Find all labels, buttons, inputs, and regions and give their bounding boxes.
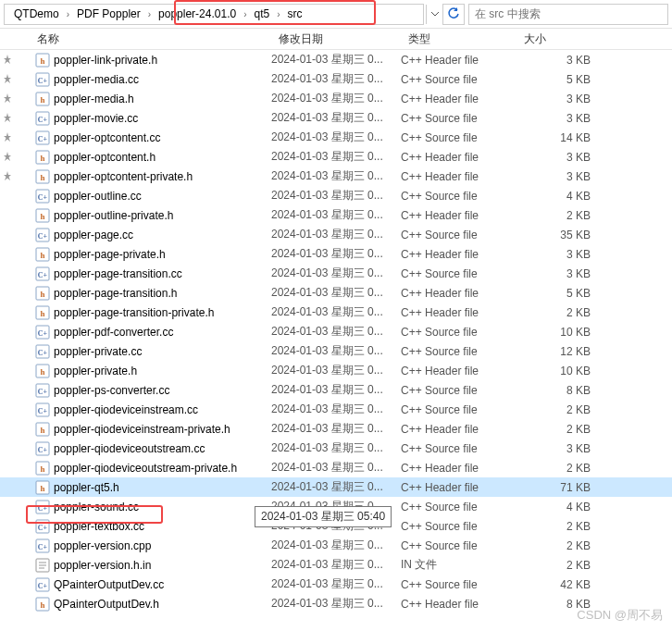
svg-text:h: h <box>40 600 44 610</box>
refresh-button[interactable] <box>442 4 465 25</box>
svg-text:C+: C+ <box>38 543 48 551</box>
table-row[interactable]: C+poppler-version.cpp2024-01-03 星期三 0...… <box>0 536 672 555</box>
file-name: QPainterOutputDev.h <box>54 598 271 611</box>
table-row[interactable]: hpoppler-qt5.h2024-01-03 星期三 0...C++ Hea… <box>0 477 672 497</box>
table-row[interactable]: hpoppler-link-private.h2024-01-03 星期三 0.… <box>0 50 672 69</box>
file-size: 3 KB <box>516 248 591 261</box>
table-row[interactable]: hpoppler-page-transition-private.h2024-0… <box>0 303 672 322</box>
table-row[interactable]: hpoppler-page-private.h2024-01-03 星期三 0.… <box>0 244 672 264</box>
file-name: poppler-sound.cc <box>54 501 271 513</box>
crumb-0[interactable]: QTDemo <box>8 5 65 24</box>
file-cc-icon: C+ <box>35 577 50 592</box>
file-size: 3 KB <box>516 151 591 164</box>
file-cc-icon: C+ <box>35 441 50 456</box>
file-size: 2 KB <box>516 539 591 552</box>
pin-icon[interactable] <box>3 55 12 64</box>
file-h-icon: h <box>35 461 50 476</box>
file-cc-icon: C+ <box>35 266 50 281</box>
search-box[interactable] <box>468 4 668 25</box>
table-row[interactable]: C+poppler-page-transition.cc2024-01-03 星… <box>0 264 672 283</box>
file-date: 2024-01-03 星期三 0... <box>271 421 401 437</box>
file-date: 2024-01-03 星期三 0... <box>271 52 401 68</box>
table-row[interactable]: poppler-version.h.in2024-01-03 星期三 0...I… <box>0 555 672 575</box>
file-list: hpoppler-link-private.h2024-01-03 星期三 0.… <box>0 50 672 613</box>
file-size: 2 KB <box>516 462 591 475</box>
file-name: poppler-optcontent.cc <box>54 131 271 144</box>
table-row[interactable]: hpoppler-optcontent-private.h2024-01-03 … <box>0 167 672 186</box>
svg-text:C+: C+ <box>38 77 48 85</box>
file-h-icon: h <box>35 53 50 68</box>
file-name: poppler-outline.cc <box>54 190 271 203</box>
table-row[interactable]: hpoppler-page-transition.h2024-01-03 星期三… <box>0 283 672 303</box>
table-row[interactable]: hpoppler-private.h2024-01-03 星期三 0...C++… <box>0 361 672 380</box>
table-row[interactable]: hQPainterOutputDev.h2024-01-03 星期三 0...C… <box>0 594 672 613</box>
file-type: C++ Source file <box>401 442 516 455</box>
breadcrumb[interactable]: QTDemo › PDF Poppler › poppler-24.01.0 ›… <box>4 4 424 25</box>
file-date: 2024-01-03 星期三 0... <box>271 207 401 223</box>
table-row[interactable]: C+poppler-media.cc2024-01-03 星期三 0...C++… <box>0 69 672 89</box>
svg-text:C+: C+ <box>38 135 48 143</box>
crumb-1[interactable]: PDF Poppler <box>71 5 146 24</box>
file-size: 10 KB <box>516 365 591 377</box>
table-row[interactable]: hpoppler-optcontent.h2024-01-03 星期三 0...… <box>0 147 672 167</box>
file-in-icon <box>35 558 50 573</box>
table-row[interactable]: C+poppler-optcontent.cc2024-01-03 星期三 0.… <box>0 128 672 147</box>
pin-icon[interactable] <box>3 93 12 103</box>
table-row[interactable]: C+poppler-qiodeviceoutstream.cc2024-01-0… <box>0 439 672 458</box>
svg-text:C+: C+ <box>38 582 48 590</box>
file-name: poppler-qiodeviceinstream-private.h <box>54 423 271 436</box>
table-row[interactable]: C+poppler-pdf-converter.cc2024-01-03 星期三… <box>0 322 672 341</box>
pin-icon[interactable] <box>3 171 12 180</box>
file-size: 3 KB <box>516 442 591 455</box>
crumb-4[interactable]: src <box>282 5 308 24</box>
table-row[interactable]: C+QPainterOutputDev.cc2024-01-03 星期三 0..… <box>0 575 672 594</box>
crumb-3[interactable]: qt5 <box>249 5 276 24</box>
search-input[interactable] <box>475 7 662 20</box>
file-date: 2024-01-03 星期三 0... <box>271 576 401 592</box>
file-name: poppler-qiodeviceoutstream-private.h <box>54 462 271 475</box>
svg-text:h: h <box>40 251 44 260</box>
table-row[interactable]: C+poppler-page.cc2024-01-03 星期三 0...C++ … <box>0 225 672 244</box>
pin-icon[interactable] <box>3 74 12 83</box>
file-type: C++ Source file <box>401 345 516 358</box>
file-date: 2024-01-03 星期三 0... <box>271 402 401 417</box>
header-type[interactable]: 类型 <box>403 31 518 47</box>
file-h-icon: h <box>35 480 50 495</box>
table-row[interactable]: C+poppler-private.cc2024-01-03 星期三 0...C… <box>0 341 672 361</box>
file-type: C++ Source file <box>401 501 516 513</box>
table-row[interactable]: hpoppler-qiodeviceinstream-private.h2024… <box>0 419 672 439</box>
history-dropdown[interactable] <box>426 5 442 24</box>
table-row[interactable]: hpoppler-qiodeviceoutstream-private.h202… <box>0 458 672 477</box>
svg-text:C+: C+ <box>38 116 48 124</box>
header-date[interactable]: 修改日期 <box>273 31 403 47</box>
file-size: 42 KB <box>516 578 591 591</box>
svg-text:C+: C+ <box>38 524 48 532</box>
table-row[interactable]: C+poppler-qiodeviceinstream.cc2024-01-03… <box>0 400 672 419</box>
chevron-down-icon <box>431 12 439 17</box>
file-size: 2 KB <box>516 423 591 436</box>
svg-text:h: h <box>40 154 44 163</box>
file-size: 2 KB <box>516 209 591 222</box>
header-name[interactable]: 名称 <box>0 31 273 47</box>
file-type: C++ Header file <box>401 54 516 67</box>
pin-icon[interactable] <box>3 132 12 142</box>
table-row[interactable]: hpoppler-media.h2024-01-03 星期三 0...C++ H… <box>0 89 672 108</box>
table-row[interactable]: C+poppler-outline.cc2024-01-03 星期三 0...C… <box>0 186 672 205</box>
file-date: 2024-01-03 星期三 0... <box>271 304 401 320</box>
file-date: 2024-01-03 星期三 0... <box>271 130 401 145</box>
file-date: 2024-01-03 星期三 0... <box>271 343 401 359</box>
header-size[interactable]: 大小 <box>518 31 611 47</box>
file-type: C++ Header file <box>401 287 516 300</box>
svg-text:h: h <box>40 56 44 66</box>
table-row[interactable]: C+poppler-movie.cc2024-01-03 星期三 0...C++… <box>0 108 672 128</box>
pin-icon[interactable] <box>3 113 12 122</box>
file-type: C++ Header file <box>401 423 516 436</box>
table-row[interactable]: C+poppler-ps-converter.cc2024-01-03 星期三 … <box>0 380 672 400</box>
crumb-2[interactable]: poppler-24.01.0 <box>153 5 242 24</box>
file-cc-icon: C+ <box>35 72 50 87</box>
table-row[interactable]: hpoppler-outline-private.h2024-01-03 星期三… <box>0 205 672 225</box>
file-name: poppler-qiodeviceinstream.cc <box>54 403 271 416</box>
pin-icon[interactable] <box>3 152 12 161</box>
file-name: poppler-link-private.h <box>54 54 271 67</box>
file-h-icon: h <box>35 286 50 301</box>
